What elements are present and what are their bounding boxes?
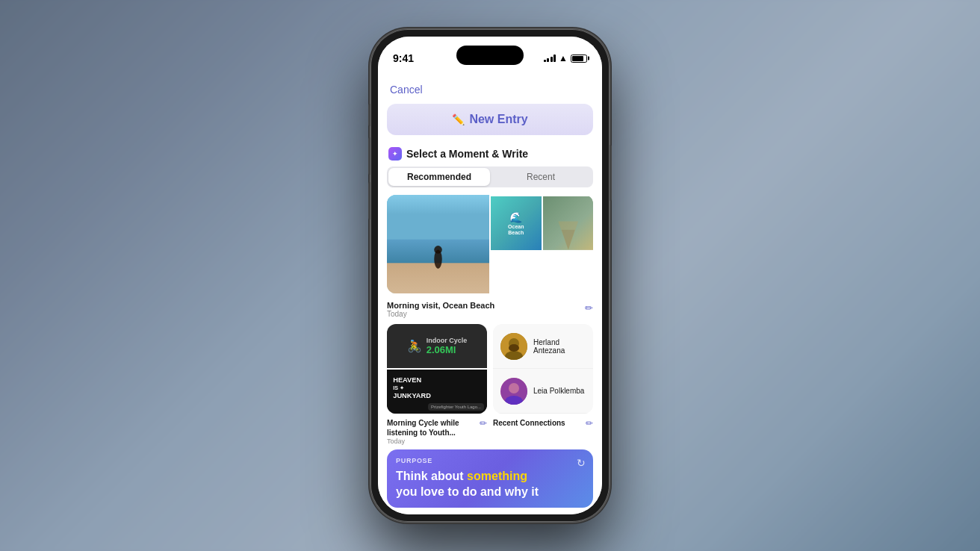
- status-icons: ▲: [544, 53, 587, 63]
- svg-text:JUNKYARD: JUNKYARD: [393, 392, 431, 399]
- battery-icon: [571, 55, 587, 63]
- moment-edit-icon[interactable]: ✏: [585, 302, 593, 314]
- activity-card[interactable]: 🚴 Indoor Cycle 2.06MI HEAVEN: [387, 324, 487, 414]
- beach-moment-cell[interactable]: [387, 195, 489, 293]
- cancel-label: Cancel: [390, 84, 423, 96]
- activity-caption-subtitle: Today: [387, 438, 480, 445]
- heaven-card: HEAVEN IS ✦ JUNKYARD Prizefighter Youth …: [387, 370, 487, 414]
- connection-name-leia: Leia Polklemba: [533, 387, 584, 395]
- new-entry-button[interactable]: ✏️ New Entry: [387, 104, 593, 135]
- connections-card[interactable]: Herland Antezana Leia Polk: [493, 324, 593, 414]
- vineyard-cell[interactable]: [543, 196, 594, 250]
- ocean-icon: 🌊: [509, 211, 522, 223]
- cycle-info: Indoor Cycle 2.06MI: [427, 337, 468, 355]
- ocean-label-1: Ocean: [508, 224, 524, 229]
- moment-subtitle: Today: [387, 310, 494, 318]
- beach-scene: [387, 195, 489, 293]
- svg-text:HEAVEN: HEAVEN: [393, 376, 421, 384]
- dynamic-island: [456, 46, 524, 65]
- new-entry-label: New Entry: [469, 113, 527, 126]
- tab-recent[interactable]: Recent: [490, 168, 592, 186]
- section-icon: ✦: [388, 147, 402, 161]
- edit-icon: ✏️: [452, 113, 465, 125]
- phone-screen: 9:41 ▲ Cancel: [378, 37, 602, 514]
- connections-caption-item: Recent Connections ✏: [493, 418, 593, 445]
- tabs-container: Recommended Recent: [387, 166, 593, 187]
- wifi-icon: ▲: [559, 53, 568, 63]
- top-right-grid: DECODER RING SLATE 🌊 Ocean Beach: [491, 195, 593, 243]
- moment-caption-text: Morning visit, Ocean Beach Today: [387, 301, 494, 318]
- purpose-card[interactable]: PURPOSE Think about something you love t…: [387, 449, 593, 508]
- purpose-text-normal: Think about: [396, 470, 467, 482]
- svg-text:IS ✦: IS ✦: [393, 385, 404, 391]
- bottom-right-sub-grid: 🌊 Ocean Beach: [491, 196, 593, 250]
- connections-caption-text: Recent Connections: [493, 418, 565, 428]
- activity-caption-title: Morning Cycle while listening to Youth..…: [387, 418, 480, 438]
- indoor-cycle-top: 🚴 Indoor Cycle 2.06MI: [387, 324, 487, 368]
- svg-point-18: [509, 383, 519, 393]
- power-button: [610, 145, 612, 201]
- second-captions-row: Morning Cycle while listening to Youth..…: [387, 418, 593, 445]
- purpose-text: Think about something you love to do and…: [396, 469, 584, 500]
- avatar-herland: [500, 333, 527, 360]
- battery-fill: [572, 56, 583, 61]
- cancel-button[interactable]: Cancel: [378, 75, 602, 101]
- section-header: ✦ Select a Moment & Write: [378, 144, 602, 166]
- connections-edit-icon[interactable]: ✏: [586, 418, 593, 429]
- cycle-distance: 2.06MI: [427, 344, 468, 355]
- ocean-label-2: Beach: [508, 230, 524, 235]
- purpose-text-continuation: you love to do and why it: [396, 485, 539, 498]
- volume-up-button: [368, 137, 370, 175]
- activity-edit-icon[interactable]: ✏: [480, 418, 487, 429]
- phone-wrapper: 9:41 ▲ Cancel: [370, 29, 610, 522]
- purpose-text-highlight: something: [467, 470, 527, 482]
- connection-row-leia: Leia Polklemba: [493, 369, 593, 414]
- cycle-title: Indoor Cycle: [427, 337, 468, 344]
- moment-caption-1: Morning visit, Ocean Beach Today ✏: [378, 296, 602, 324]
- mute-button: [368, 104, 370, 126]
- avatar-leia: [500, 378, 527, 405]
- prizefighter-badge: Prizefighter Youth Lago...: [428, 403, 484, 411]
- svg-point-4: [434, 246, 442, 254]
- screen-content: Cancel ✏️ New Entry ✦ Select a Moment & …: [378, 75, 602, 514]
- connections-caption-title: Recent Connections: [493, 418, 565, 428]
- activity-caption-text: Morning Cycle while listening to Youth..…: [387, 418, 480, 445]
- moments-grid: DECODER RING SLATE 🌊 Ocean Beach: [387, 195, 593, 293]
- svg-point-16: [509, 344, 519, 352]
- purpose-refresh-icon[interactable]: ↻: [577, 457, 586, 469]
- moment-title: Morning visit, Ocean Beach: [387, 301, 494, 310]
- second-moments-row: 🚴 Indoor Cycle 2.06MI HEAVEN: [387, 324, 593, 414]
- signal-bars-icon: [544, 55, 556, 62]
- cycle-icon: 🚴: [407, 339, 422, 353]
- purpose-label: PURPOSE: [396, 457, 584, 464]
- status-time: 9:41: [393, 52, 414, 64]
- connection-name-herland: Herland Antezana: [533, 338, 586, 355]
- ocean-beach-cell[interactable]: 🌊 Ocean Beach: [491, 196, 542, 250]
- tab-recommended[interactable]: Recommended: [388, 168, 490, 186]
- volume-down-button: [368, 182, 370, 220]
- activity-caption-item: Morning Cycle while listening to Youth..…: [387, 418, 487, 445]
- connection-row-herland: Herland Antezana: [493, 324, 593, 369]
- phone-frame: 9:41 ▲ Cancel: [370, 29, 610, 522]
- section-title: Select a Moment & Write: [406, 148, 528, 160]
